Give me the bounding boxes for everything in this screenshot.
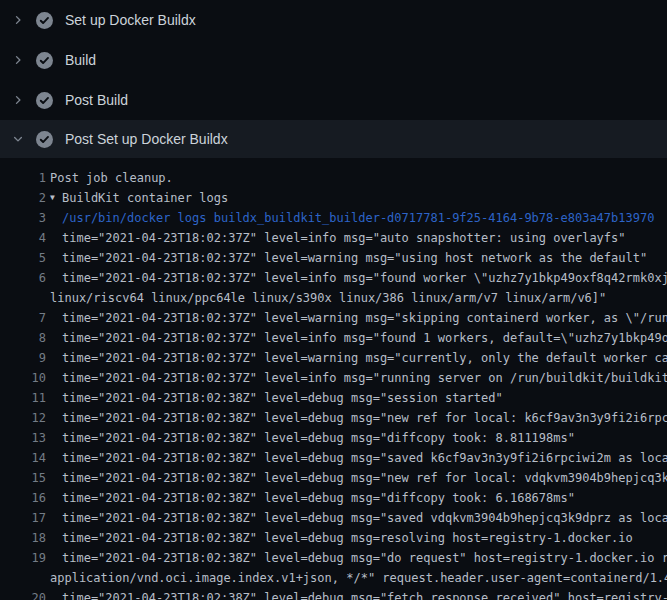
step-row-post-build[interactable]: Post Build	[0, 80, 667, 120]
step-row-post-set-up-docker-buildx[interactable]: Post Set up Docker Buildx	[0, 120, 667, 158]
log-line: 6time="2021-04-23T18:02:37Z" level=info …	[0, 268, 667, 288]
log-line: 14time="2021-04-23T18:02:38Z" level=debu…	[0, 448, 667, 468]
check-circle-icon	[36, 92, 53, 109]
log-line: 12time="2021-04-23T18:02:38Z" level=debu…	[0, 408, 667, 428]
step-label: Post Build	[65, 92, 128, 108]
log-line-text: time="2021-04-23T18:02:37Z" level=info m…	[62, 228, 626, 248]
log-line-text: time="2021-04-23T18:02:37Z" level=info m…	[62, 268, 667, 288]
log-line-number[interactable]: 17	[0, 508, 46, 528]
log-viewer: 1Post job cleanup.2▼BuildKit container l…	[0, 158, 667, 600]
log-line-number[interactable]: 16	[0, 488, 46, 508]
log-line: 5time="2021-04-23T18:02:37Z" level=warni…	[0, 248, 667, 268]
log-line-number[interactable]: 10	[0, 368, 46, 388]
log-line-text: time="2021-04-23T18:02:38Z" level=debug …	[62, 468, 667, 488]
step-list: Set up Docker BuildxBuildPost BuildPost …	[0, 0, 667, 158]
step-row-build[interactable]: Build	[0, 40, 667, 80]
log-line-text: time="2021-04-23T18:02:38Z" level=debug …	[62, 548, 667, 568]
log-line-number[interactable]: 13	[0, 428, 46, 448]
log-line: 15time="2021-04-23T18:02:38Z" level=debu…	[0, 468, 667, 488]
log-line: 13time="2021-04-23T18:02:38Z" level=debu…	[0, 428, 667, 448]
log-line-text: time="2021-04-23T18:02:38Z" level=debug …	[62, 448, 667, 468]
log-line-number[interactable]: 11	[0, 388, 46, 408]
log-line-number[interactable]: 6	[0, 268, 46, 288]
log-line: 9time="2021-04-23T18:02:37Z" level=warni…	[0, 348, 667, 368]
chevron-down-icon	[10, 131, 26, 147]
log-line-number[interactable]: 7	[0, 308, 46, 328]
log-line-text: time="2021-04-23T18:02:37Z" level=warnin…	[62, 308, 667, 328]
log-line: 7time="2021-04-23T18:02:37Z" level=warni…	[0, 308, 667, 328]
log-line-number[interactable]: 12	[0, 408, 46, 428]
log-line-text: time="2021-04-23T18:02:38Z" level=debug …	[62, 408, 667, 428]
log-line-number[interactable]: 3	[0, 208, 46, 228]
log-line-number[interactable]: 8	[0, 328, 46, 348]
check-circle-icon	[36, 131, 53, 148]
log-line-text: time="2021-04-23T18:02:37Z" level=info m…	[62, 328, 667, 348]
log-line-text: time="2021-04-23T18:02:37Z" level=info m…	[62, 368, 667, 388]
log-line-text: application/vnd.oci.image.index.v1+json,…	[50, 568, 667, 588]
log-line-text: time="2021-04-23T18:02:38Z" level=debug …	[62, 488, 575, 508]
log-line-number[interactable]: 20	[0, 588, 46, 600]
log-line-number[interactable]: 1	[0, 168, 46, 188]
step-label: Post Set up Docker Buildx	[65, 131, 228, 147]
log-line-number[interactable]: 4	[0, 228, 46, 248]
log-line-number[interactable]: 14	[0, 448, 46, 468]
check-circle-icon	[36, 12, 53, 29]
log-line: 18time="2021-04-23T18:02:38Z" level=debu…	[0, 528, 667, 548]
chevron-right-icon	[10, 52, 26, 68]
log-line: 19time="2021-04-23T18:02:38Z" level=debu…	[0, 548, 667, 568]
log-line: 16time="2021-04-23T18:02:38Z" level=debu…	[0, 488, 667, 508]
log-line: 4time="2021-04-23T18:02:37Z" level=info …	[0, 228, 667, 248]
step-label: Build	[65, 52, 96, 68]
log-line-text: Post job cleanup.	[50, 168, 173, 188]
log-line-number[interactable]: 5	[0, 248, 46, 268]
group-expanded-triangle-icon: ▼	[50, 188, 62, 208]
log-line: application/vnd.oci.image.index.v1+json,…	[0, 568, 667, 588]
chevron-right-icon	[10, 12, 26, 28]
log-line-number[interactable]: 15	[0, 468, 46, 488]
log-line-number[interactable]: 9	[0, 348, 46, 368]
log-line-number[interactable]: 18	[0, 528, 46, 548]
step-label: Set up Docker Buildx	[65, 12, 196, 28]
log-line-text: BuildKit container logs	[62, 188, 228, 208]
log-command-line: 3/usr/bin/docker logs buildx_buildkit_bu…	[0, 208, 667, 228]
step-row-set-up-docker-buildx[interactable]: Set up Docker Buildx	[0, 0, 667, 40]
log-group-toggle[interactable]: 2▼BuildKit container logs	[0, 188, 667, 208]
log-line-text: time="2021-04-23T18:02:38Z" level=debug …	[62, 428, 575, 448]
log-line: linux/riscv64 linux/ppc64le linux/s390x …	[0, 288, 667, 308]
check-circle-icon	[36, 52, 53, 69]
log-line: 17time="2021-04-23T18:02:38Z" level=debu…	[0, 508, 667, 528]
log-line: 10time="2021-04-23T18:02:37Z" level=info…	[0, 368, 667, 388]
log-line-number[interactable]: 2	[0, 188, 46, 208]
log-line-text: /usr/bin/docker logs buildx_buildkit_bui…	[62, 208, 654, 228]
log-line: 1Post job cleanup.	[0, 168, 667, 188]
log-line-text: time="2021-04-23T18:02:38Z" level=debug …	[62, 388, 503, 408]
log-line-text: linux/riscv64 linux/ppc64le linux/s390x …	[50, 288, 606, 308]
log-line: 20time="2021-04-23T18:02:38Z" level=debu…	[0, 588, 667, 600]
log-line-text: time="2021-04-23T18:02:37Z" level=warnin…	[62, 348, 667, 368]
log-line-number[interactable]: 19	[0, 548, 46, 568]
chevron-right-icon	[10, 92, 26, 108]
log-line-text: time="2021-04-23T18:02:38Z" level=debug …	[62, 528, 633, 548]
log-line-text: time="2021-04-23T18:02:38Z" level=debug …	[62, 588, 667, 600]
log-line: 11time="2021-04-23T18:02:38Z" level=debu…	[0, 388, 667, 408]
log-line: 8time="2021-04-23T18:02:37Z" level=info …	[0, 328, 667, 348]
log-line-text: time="2021-04-23T18:02:37Z" level=warnin…	[62, 248, 647, 268]
log-line-text: time="2021-04-23T18:02:38Z" level=debug …	[62, 508, 667, 528]
